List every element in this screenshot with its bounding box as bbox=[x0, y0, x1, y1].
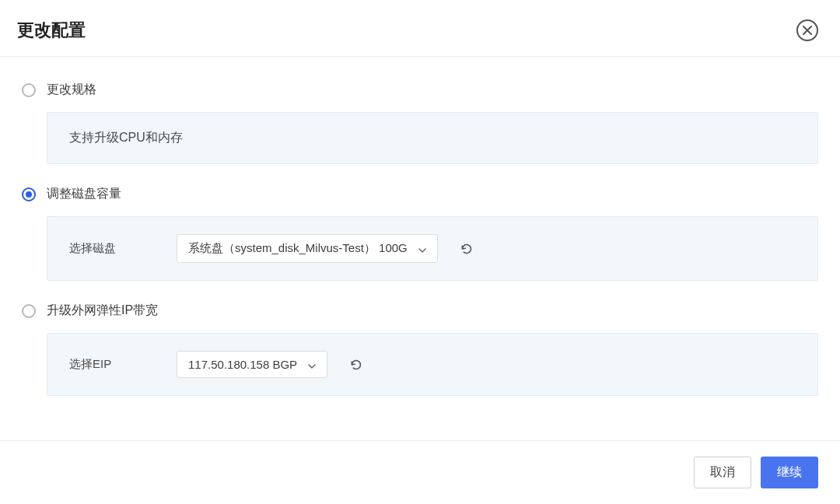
option-disk-block: 调整磁盘容量 选择磁盘 系统盘（system_disk_Milvus-Test）… bbox=[22, 186, 818, 281]
cancel-button[interactable]: 取消 bbox=[694, 457, 751, 488]
modal-title: 更改配置 bbox=[17, 19, 86, 42]
option-spec-head[interactable]: 更改规格 bbox=[22, 82, 818, 98]
disk-refresh-button[interactable] bbox=[460, 242, 474, 256]
radio-spec[interactable] bbox=[22, 83, 36, 97]
option-spec-desc: 支持升级CPU和内存 bbox=[69, 131, 183, 144]
eip-select-row: 选择EIP 117.50.180.158 BGP bbox=[69, 351, 796, 378]
option-disk-panel: 选择磁盘 系统盘（system_disk_Milvus-Test） 100G bbox=[47, 216, 818, 281]
continue-button[interactable]: 继续 bbox=[761, 457, 818, 488]
disk-dropdown-value: 系统盘（system_disk_Milvus-Test） 100G bbox=[188, 241, 408, 256]
change-config-modal: 更改配置 更改规格 支持升级CPU和内存 调整磁盘容量 bbox=[0, 0, 840, 504]
option-disk-head[interactable]: 调整磁盘容量 bbox=[22, 186, 818, 202]
chevron-down-icon bbox=[308, 358, 316, 371]
eip-dropdown[interactable]: 117.50.180.158 BGP bbox=[177, 351, 327, 378]
disk-select-row: 选择磁盘 系统盘（system_disk_Milvus-Test） 100G bbox=[69, 234, 796, 263]
option-eip-head[interactable]: 升级外网弹性IP带宽 bbox=[22, 303, 818, 319]
option-eip-label: 升级外网弹性IP带宽 bbox=[47, 303, 158, 319]
eip-refresh-button[interactable] bbox=[349, 358, 363, 372]
option-spec-block: 更改规格 支持升级CPU和内存 bbox=[22, 82, 818, 164]
modal-footer: 取消 继续 bbox=[0, 440, 840, 504]
option-spec-panel: 支持升级CPU和内存 bbox=[47, 112, 818, 164]
disk-dropdown[interactable]: 系统盘（system_disk_Milvus-Test） 100G bbox=[177, 234, 438, 263]
modal-body: 更改规格 支持升级CPU和内存 调整磁盘容量 选择磁盘 系统盘（system_d… bbox=[0, 57, 840, 440]
radio-disk[interactable] bbox=[22, 187, 36, 201]
refresh-icon bbox=[349, 358, 363, 372]
eip-select-label: 选择EIP bbox=[69, 357, 155, 372]
option-eip-block: 升级外网弹性IP带宽 选择EIP 117.50.180.158 BGP bbox=[22, 303, 818, 396]
eip-dropdown-value: 117.50.180.158 BGP bbox=[188, 358, 297, 371]
modal-header: 更改配置 bbox=[0, 0, 840, 57]
close-icon bbox=[803, 26, 812, 35]
disk-select-label: 选择磁盘 bbox=[69, 241, 155, 256]
option-eip-panel: 选择EIP 117.50.180.158 BGP bbox=[47, 333, 818, 396]
option-spec-label: 更改规格 bbox=[47, 82, 96, 98]
chevron-down-icon bbox=[418, 242, 426, 255]
option-disk-label: 调整磁盘容量 bbox=[47, 186, 121, 202]
close-button[interactable] bbox=[796, 19, 818, 41]
radio-eip[interactable] bbox=[22, 304, 36, 318]
refresh-icon bbox=[460, 242, 474, 256]
